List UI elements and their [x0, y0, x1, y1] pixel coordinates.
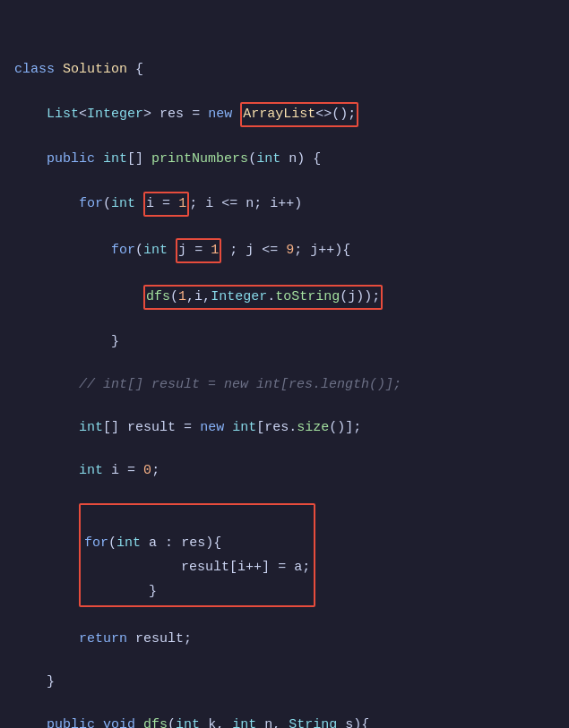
- line-3: public int[] printNumbers(int n) {: [14, 149, 555, 170]
- highlight-for-block: for(int a : res){ result[i++] = a; }: [79, 503, 315, 607]
- code-editor: class Solution { List<Integer> res = new…: [0, 9, 569, 728]
- highlight-i1: i = 1: [143, 192, 189, 217]
- line-4: for(int i = 1; i <= n; i++): [14, 192, 555, 217]
- line-5: for(int j = 1 ; j <= 9; j++){: [14, 238, 555, 263]
- line-1: class Solution {: [14, 59, 555, 81]
- line-10: int i = 0;: [14, 460, 555, 482]
- line-16: }: [14, 672, 555, 693]
- line-7: }: [14, 331, 555, 353]
- highlight-j1: j = 1: [176, 238, 221, 263]
- line-15: return result;: [14, 629, 555, 650]
- line-6: dfs(1,i,Integer.toString(j));: [14, 285, 555, 310]
- highlight-dfs1: dfs(1,i,Integer.toString(j));: [143, 285, 383, 310]
- line-17: public void dfs(int k, int n, String s){: [14, 715, 555, 728]
- line-8: // int[] result = new int[res.length()];: [14, 374, 555, 396]
- line-11: for(int a : res){ result[i++] = a; }: [14, 503, 555, 607]
- line-9: int[] result = new int[res.size()];: [14, 417, 555, 439]
- line-2: List<Integer> res = new ArrayList<>();: [14, 102, 555, 127]
- highlight-arraylist: ArrayList<>();: [240, 102, 358, 127]
